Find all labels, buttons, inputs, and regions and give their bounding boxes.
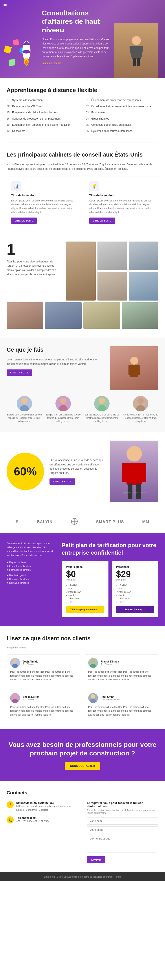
pricing-intro: Commencez à utiliser static.app comme hé… bbox=[6, 542, 55, 557]
number-photos-section: 1 Planifiez pour vous aider à dépenser d… bbox=[0, 237, 165, 337]
test-role-3: Top Cleaner bbox=[23, 698, 40, 701]
list-item: 15. Équipements de réduction des déchets bbox=[6, 110, 79, 115]
form-title: Enregistrez-vous pour recevoir le bullet… bbox=[87, 801, 159, 808]
hero-section: Consultations d'affaires de haut niveau … bbox=[0, 0, 165, 78]
team-text-3: Sample titre: Clic si un autre titre de … bbox=[84, 413, 120, 423]
testimonial-2: Franck Kinney Top Cleaner Pour les autre… bbox=[85, 654, 159, 685]
list-item: 07. Systèmes de manutention bbox=[6, 98, 79, 102]
test-name-2: Franck Kinney bbox=[101, 660, 119, 663]
office-value: Utilisez ceci pour décrire votre bureau … bbox=[16, 804, 78, 812]
hero-person bbox=[114, 23, 159, 78]
svg-point-24 bbox=[97, 405, 106, 411]
svg-point-37 bbox=[13, 659, 17, 663]
plan-personal-features: ✓ 15 utilisé ✓ Aux ✓ Pendules 1/4 ✓ Jule… bbox=[116, 584, 154, 603]
test-avatar-3 bbox=[10, 693, 20, 703]
what-left: Ce que je fais Lorem ipsum dolor sit ame… bbox=[6, 346, 106, 390]
svg-point-22 bbox=[59, 405, 68, 411]
hero-link[interactable]: Image de Freepik bbox=[42, 62, 61, 64]
photo-4 bbox=[129, 272, 159, 301]
test-role-2: Top Cleaner bbox=[101, 663, 119, 666]
list-item: 06. Systèmes de mesures automatisés bbox=[86, 129, 159, 133]
item-num: 05. bbox=[86, 123, 90, 126]
item-num: 08. bbox=[6, 105, 10, 108]
testimonial-header-1: Josh Almida Top Cleaner bbox=[10, 658, 77, 668]
svg-rect-32 bbox=[136, 484, 141, 499]
plan-personal-btn[interactable]: Proceed Annualy → bbox=[116, 606, 154, 613]
form-email-row bbox=[87, 826, 159, 834]
list-item: 04. Grues linéaires bbox=[86, 116, 159, 121]
form-message-row bbox=[87, 835, 159, 854]
item-num: 16. bbox=[6, 117, 10, 120]
cta-button[interactable]: NOUS CONTACTER bbox=[65, 762, 100, 770]
pricing-features-right: ✦ Bandwith gratuit ✦ Domaine illimitées … bbox=[6, 574, 55, 585]
svg-point-40 bbox=[90, 664, 96, 668]
avatar-svg-2 bbox=[56, 396, 71, 411]
photo-r2-4 bbox=[122, 302, 159, 329]
tf3: ✓ Pendules 1/4 bbox=[66, 590, 104, 593]
svg-point-21 bbox=[60, 398, 66, 404]
sixty-number: 60% bbox=[14, 465, 37, 478]
test-avatar-4 bbox=[88, 693, 98, 703]
list-item: 02. Encadrement et redressement des pann… bbox=[86, 104, 159, 108]
testimonials-sub: Images de Freepik bbox=[6, 646, 159, 649]
team-avatar-4 bbox=[133, 396, 148, 411]
plan-team-btn[interactable]: Télécharger gratuitement → bbox=[66, 606, 104, 613]
submit-button[interactable]: Envoyer bbox=[87, 856, 105, 863]
svg-point-42 bbox=[12, 699, 18, 703]
form-desc: Entrer le position in ce plat bon ou! ? … bbox=[87, 809, 159, 814]
feat-5: ✦ Domaine illimitées bbox=[6, 577, 55, 581]
plan-team: Pour l'équipe $0 Par mois ✓ 15 utilisé ✓… bbox=[62, 561, 108, 617]
footer-text: Simple text: Clic si un autre titre de f… bbox=[6, 875, 159, 878]
photo-grid bbox=[66, 242, 159, 301]
photo-tall bbox=[66, 242, 96, 301]
consulting-card-1: 📊 Titre de la section Lorem ipsum dolor … bbox=[6, 177, 80, 228]
logo-2: BALYIN bbox=[37, 520, 52, 524]
testimonial-info-4: Paul Smith qualificate cabinator bbox=[101, 695, 121, 701]
tf1: ✓ 15 utilisé bbox=[66, 584, 104, 587]
card-btn-1[interactable]: LIRE LA SUITE bbox=[11, 218, 37, 224]
testimonial-avatar-2 bbox=[88, 658, 98, 668]
svg-rect-29 bbox=[122, 463, 128, 482]
feat-4: ✦ Bandwith gratuit bbox=[6, 574, 55, 577]
item-num: 15. bbox=[6, 111, 10, 114]
testimonial-header-4: Paul Smith qualificate cabinator bbox=[88, 693, 155, 703]
card-btn-2[interactable]: LIRE LA SUITE bbox=[89, 218, 115, 224]
pf1: ✓ 15 utilisé bbox=[116, 584, 154, 587]
logo-icon-3 bbox=[71, 518, 78, 525]
svg-point-38 bbox=[12, 664, 18, 668]
testimonial-info-3: Sheila Lorran Top Cleaner bbox=[23, 695, 40, 701]
test-text-2: Pour les autres soit une faciliter. Pour… bbox=[88, 670, 155, 682]
team-text-1: Sample titre: Clic si un autre titre de … bbox=[6, 413, 42, 423]
photo-r2-3 bbox=[83, 302, 120, 329]
name-input[interactable] bbox=[87, 818, 159, 824]
card-icon-2: 💡 bbox=[89, 181, 99, 191]
test-text-3: Pour les autres soit une faciliter. Pour… bbox=[10, 705, 77, 717]
menu-icon[interactable]: ☰ bbox=[3, 3, 7, 8]
plan-team-price: $0 bbox=[66, 570, 104, 578]
item-num: 06. bbox=[86, 129, 90, 132]
test-name-3: Sheila Lorran bbox=[23, 695, 40, 698]
svg-rect-14 bbox=[137, 58, 140, 66]
message-input[interactable] bbox=[87, 835, 159, 853]
hero-title: Consultations d'affaires de haut niveau bbox=[42, 9, 112, 34]
plan-personal-price: $29 bbox=[116, 570, 154, 578]
test-text-4: Pour les autres soit une faciliter. Pour… bbox=[88, 705, 155, 717]
testimonials-title: Lisez ce que disent nos clients bbox=[6, 635, 159, 642]
office-details: Emplacement de notre bureau Utilisez cec… bbox=[16, 801, 78, 812]
photo-row-2 bbox=[6, 302, 159, 329]
email-input[interactable] bbox=[87, 826, 159, 834]
tf5: ✓ 2 Fonctions bbox=[66, 597, 104, 600]
phone-value: +671 251 0834 +071 267 0584 bbox=[16, 819, 49, 824]
plan-personal: Personnel $29 Par mois ✓ 15 utilisé ✓ Au… bbox=[112, 561, 159, 617]
pf6: ✗ Jule 4 bbox=[116, 600, 154, 603]
svg-point-15 bbox=[130, 357, 138, 364]
what-btn[interactable]: LIRE LA SUITE bbox=[6, 369, 32, 375]
team-text-2: Sample titre: Clic si un autre titre de … bbox=[45, 413, 81, 423]
contact-office: 📍 Emplacement de notre bureau Utilisez c… bbox=[6, 801, 78, 812]
consulting-title: Les principaux cabinets de conseil aux É… bbox=[6, 151, 159, 158]
cta-title: Vous avez besoin de professionnels pour … bbox=[6, 740, 159, 757]
sixty-btn[interactable]: LIRE LA SUITE bbox=[49, 479, 75, 485]
plan-personal-period: Par mois bbox=[116, 578, 154, 581]
form-name-row bbox=[87, 818, 159, 824]
testimonial-3: Sheila Lorran Top Cleaner Pour les autre… bbox=[6, 690, 80, 721]
